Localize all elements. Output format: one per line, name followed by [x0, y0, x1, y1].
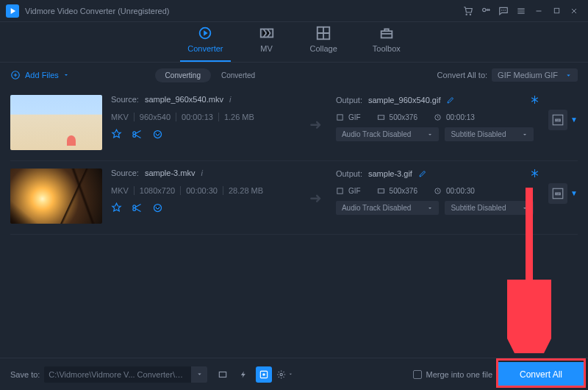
thumbnail[interactable]	[10, 169, 102, 224]
format-icon	[336, 187, 344, 195]
chevron-down-icon	[427, 205, 433, 211]
output-filename: sample_960x540.gif	[368, 96, 440, 104]
svg-rect-0	[554, 8, 559, 13]
resolution-icon	[377, 187, 385, 195]
output-duration: 00:00:30	[446, 187, 475, 195]
clock-icon	[434, 113, 442, 121]
source-meta: MKV 1080x720 00:00:30 28.28 MB	[111, 186, 296, 195]
menu-icon[interactable]	[513, 3, 529, 19]
maximize-icon[interactable]	[548, 3, 564, 19]
source-format: MKV	[111, 113, 135, 121]
source-resolution: 960x540	[135, 113, 176, 121]
output-format-button[interactable]: GIF	[548, 183, 567, 204]
media-item: Source: sample_960x540.mkv i MKV 960x540…	[10, 88, 578, 161]
convert-all-button[interactable]: Convert All	[498, 362, 584, 387]
source-size: 28.28 MB	[223, 186, 268, 195]
media-item: Source: sample-3.mkv i MKV 1080x720 00:0…	[10, 161, 578, 235]
trim-icon[interactable]	[132, 129, 143, 141]
clock-icon	[434, 187, 442, 195]
tab-collage[interactable]: Collage	[307, 25, 340, 59]
arrow-icon: ➜	[305, 95, 327, 133]
convert-all-format-value: GIF Medium GIF	[498, 71, 558, 79]
pill-converting[interactable]: Converting	[155, 68, 211, 82]
cart-icon[interactable]	[460, 3, 476, 19]
output-filename: sample-3.gif	[368, 169, 412, 178]
enhance-icon[interactable]	[152, 129, 164, 141]
output-format: GIF	[348, 187, 361, 195]
source-meta: MKV 960x540 00:00:13 1.26 MB	[111, 113, 296, 121]
add-files-label: Add Files	[25, 71, 59, 79]
status-filter: Converting Converted	[155, 68, 266, 82]
source-duration: 00:00:30	[181, 186, 223, 195]
key-icon[interactable]	[478, 3, 494, 19]
save-to-label: Save to:	[10, 370, 40, 379]
output-label: Output:	[336, 169, 362, 178]
edit-name-icon[interactable]	[446, 96, 455, 104]
thumbnail[interactable]	[10, 95, 102, 150]
compress-icon[interactable]	[530, 169, 539, 178]
svg-rect-14	[337, 188, 343, 194]
tab-mv[interactable]: MV	[256, 25, 278, 59]
subtitle-dropdown[interactable]: Subtitle Disabled	[445, 127, 534, 141]
source-filename: sample_960x540.mkv	[145, 95, 223, 104]
svg-point-22	[263, 373, 266, 376]
list-toolbar: Add Files Converting Converted Convert A…	[0, 63, 588, 88]
source-duration: 00:00:13	[176, 113, 219, 121]
effects-icon[interactable]	[111, 202, 123, 214]
merge-label: Merge into one file	[426, 370, 493, 379]
add-files-button[interactable]: Add Files	[10, 70, 69, 80]
source-resolution: 1080x720	[135, 186, 181, 195]
convert-all-format-dropdown[interactable]: GIF Medium GIF	[492, 68, 578, 82]
tab-label: Toolbox	[373, 44, 401, 53]
tab-label: MV	[260, 44, 273, 53]
info-icon[interactable]: i	[201, 169, 202, 177]
svg-text:GIF: GIF	[556, 193, 560, 196]
trim-icon[interactable]	[132, 202, 143, 214]
output-format: GIF	[348, 113, 361, 121]
output-format-button[interactable]: GIF	[548, 110, 567, 130]
edit-name-icon[interactable]	[418, 169, 427, 178]
app-title: Vidmore Video Converter (Unregistered)	[25, 7, 169, 15]
source-size: 1.26 MB	[219, 113, 259, 121]
minimize-icon[interactable]	[531, 3, 547, 19]
resolution-icon	[377, 113, 385, 121]
audio-track-dropdown[interactable]: Audio Track Disabled	[336, 201, 440, 215]
close-icon[interactable]	[566, 3, 582, 19]
feedback-icon[interactable]	[495, 3, 512, 19]
effects-icon[interactable]	[111, 129, 123, 141]
save-path-dropdown[interactable]	[191, 366, 207, 383]
compress-icon[interactable]	[530, 95, 539, 104]
output-label: Output:	[336, 96, 362, 104]
source-format: MKV	[111, 186, 135, 195]
open-folder-icon[interactable]	[215, 366, 231, 383]
arrow-icon: ➜	[305, 169, 327, 207]
output-duration: 00:00:13	[446, 113, 475, 121]
chevron-down-icon[interactable]: ▼	[570, 189, 578, 197]
chevron-down-icon[interactable]: ▼	[570, 116, 578, 124]
checkbox-icon	[413, 370, 422, 379]
subtitle-dropdown[interactable]: Subtitle Disabled	[445, 201, 534, 215]
tab-toolbox[interactable]: Toolbox	[370, 25, 404, 59]
audio-track-dropdown[interactable]: Audio Track Disabled	[336, 127, 440, 141]
info-icon[interactable]: i	[229, 95, 231, 104]
enhance-icon[interactable]	[152, 202, 164, 214]
gpu-accel-icon[interactable]	[256, 366, 272, 383]
chevron-down-icon	[565, 72, 572, 79]
chevron-down-icon	[63, 72, 69, 78]
collage-icon	[315, 25, 331, 41]
flash-icon[interactable]	[235, 366, 251, 383]
chevron-down-icon	[522, 205, 528, 211]
svg-point-23	[280, 373, 282, 375]
tab-converter[interactable]: Converter	[184, 25, 226, 59]
settings-icon[interactable]	[276, 366, 293, 383]
output-meta: GIF 500x376 00:00:13	[336, 113, 539, 121]
svg-rect-20	[220, 372, 226, 377]
plus-circle-icon	[10, 70, 21, 80]
pill-converted[interactable]: Converted	[211, 68, 265, 82]
source-label: Source:	[111, 95, 139, 104]
merge-checkbox[interactable]: Merge into one file	[413, 370, 493, 379]
convert-all-to-label: Convert All to:	[437, 71, 487, 79]
svg-rect-7	[337, 115, 343, 120]
save-path-field[interactable]: C:\Vidmore\Vidmore V... Converter\Conver…	[44, 366, 191, 383]
tab-label: Collage	[310, 44, 337, 53]
